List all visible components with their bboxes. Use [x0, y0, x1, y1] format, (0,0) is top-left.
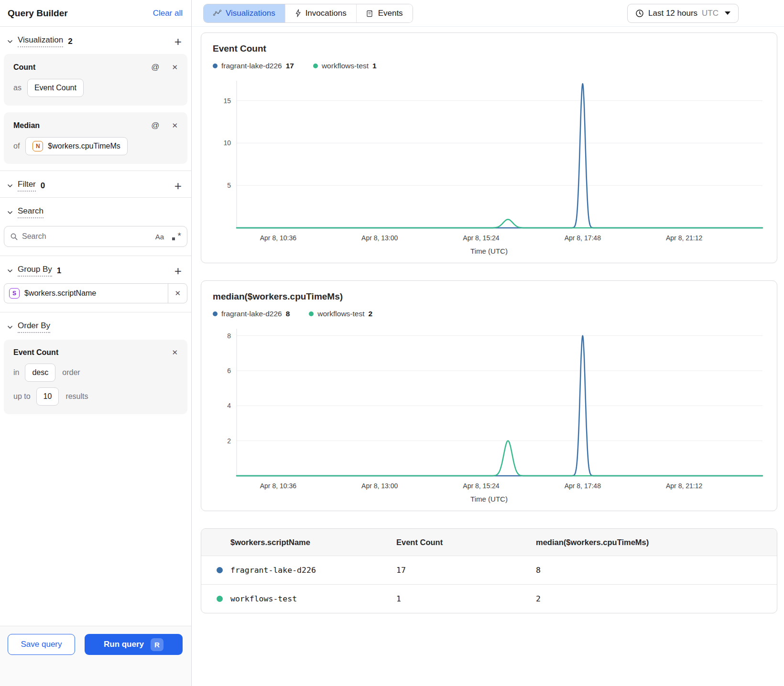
main-content: Visualizations Invocations Events — [192, 0, 784, 686]
line-chart-icon — [213, 10, 221, 17]
svg-text:Apr 8, 10:36: Apr 8, 10:36 — [260, 482, 296, 490]
series-dot-blue — [213, 311, 218, 316]
limit-input[interactable]: 10 — [36, 387, 59, 406]
table-body: fragrant-lake-d226178workflows-test12 — [201, 556, 777, 613]
time-range-value: Last 12 hours — [648, 9, 697, 18]
chart-legend: fragrant-lake-d226 8 workflows-test 2 — [213, 310, 765, 318]
order-by-card: Event Count ✕ in desc order up to 10 res… — [4, 340, 187, 414]
svg-text:Apr 8, 17:48: Apr 8, 17:48 — [565, 234, 601, 242]
tab-events[interactable]: Events — [356, 4, 413, 22]
alias-input[interactable]: Event Count — [27, 79, 84, 97]
of-label: of — [13, 142, 20, 150]
caret-down-icon — [725, 11, 730, 15]
column-header: $workers.scriptName — [217, 538, 396, 547]
svg-text:Apr 8, 13:00: Apr 8, 13:00 — [361, 234, 398, 242]
query-builder-sidebar: Query Builder Clear all Visualization 2 … — [0, 0, 192, 686]
script-name-cell: fragrant-lake-d226 — [217, 566, 396, 575]
legend-item[interactable]: fragrant-lake-d226 17 — [213, 62, 294, 70]
chart-card-event-count: Event Count fragrant-lake-d226 17 workfl… — [201, 32, 777, 263]
aggregation-title: Count — [13, 63, 35, 72]
page-title: Query Builder — [8, 8, 68, 19]
time-range-dropdown[interactable]: Last 12 hours UTC — [627, 4, 739, 23]
svg-text:Apr 8, 10:36: Apr 8, 10:36 — [260, 234, 296, 242]
visualization-section-label[interactable]: Visualization — [18, 35, 63, 47]
table-row[interactable]: workflows-test12 — [201, 584, 777, 613]
chevron-down-icon[interactable] — [6, 182, 14, 190]
svg-text:6: 6 — [227, 367, 231, 375]
svg-text:Apr 8, 21:12: Apr 8, 21:12 — [666, 482, 702, 490]
legend-name: fragrant-lake-d226 — [221, 310, 282, 318]
filter-section-header: Filter 0 + — [0, 171, 191, 197]
run-query-label: Run query — [104, 640, 144, 649]
close-icon[interactable]: ✕ — [172, 348, 178, 357]
order-by-section-header: Order By — [0, 312, 191, 339]
svg-text:10: 10 — [223, 139, 231, 147]
save-query-button[interactable]: Save query — [8, 634, 75, 655]
close-icon[interactable]: ✕ — [172, 63, 178, 72]
regex-icon[interactable]: * — [172, 232, 181, 241]
aggregation-title: Median — [13, 121, 40, 130]
add-filter-button[interactable]: + — [174, 182, 182, 190]
run-query-button[interactable]: Run query R — [85, 634, 183, 655]
close-icon[interactable]: ✕ — [172, 121, 178, 130]
svg-text:Apr 8, 21:12: Apr 8, 21:12 — [666, 234, 702, 242]
chart-title: Event Count — [213, 43, 765, 54]
chevron-down-icon[interactable] — [6, 38, 14, 45]
legend-item[interactable]: workflows-test 1 — [313, 62, 377, 70]
legend-item[interactable]: workflows-test 2 — [309, 310, 372, 318]
run-shortcut-badge: R — [151, 638, 163, 651]
filter-section-label[interactable]: Filter — [18, 180, 36, 192]
series-dot — [217, 567, 223, 573]
add-visualization-button[interactable]: + — [174, 37, 182, 46]
svg-text:8: 8 — [227, 332, 231, 340]
at-field-icon[interactable]: @ — [151, 121, 159, 130]
svg-text:5: 5 — [227, 182, 231, 189]
timezone-label: UTC — [702, 9, 719, 18]
number-type-icon: N — [33, 141, 43, 151]
median-value: 2 — [536, 594, 777, 603]
legend-name: workflows-test — [322, 62, 369, 70]
tab-label: Events — [378, 9, 403, 18]
chart-legend: fragrant-lake-d226 17 workflows-test 1 — [213, 62, 765, 70]
tab-visualizations[interactable]: Visualizations — [204, 4, 285, 22]
group-by-field: $workers.scriptName — [24, 289, 96, 298]
order-by-section-label[interactable]: Order By — [18, 321, 50, 333]
search-box: Aa * — [4, 226, 187, 247]
script-name: fragrant-lake-d226 — [230, 566, 316, 575]
chevron-down-icon[interactable] — [6, 209, 14, 216]
results-label: results — [65, 392, 88, 401]
match-case-icon[interactable]: Aa — [155, 233, 164, 241]
group-by-item[interactable]: S $workers.scriptName ✕ — [4, 283, 187, 303]
legend-item[interactable]: fragrant-lake-d226 8 — [213, 310, 290, 318]
remove-group-by-icon[interactable]: ✕ — [168, 284, 187, 303]
clock-icon — [635, 9, 644, 18]
visualization-section-header: Visualization 2 + — [0, 27, 191, 53]
event-count-value: 17 — [396, 566, 536, 575]
legend-value: 2 — [368, 310, 372, 318]
clear-all-button[interactable]: Clear all — [153, 9, 183, 18]
svg-text:Apr 8, 15:24: Apr 8, 15:24 — [463, 234, 499, 242]
search-icon — [10, 233, 18, 241]
x-axis-title: Time (UTC) — [213, 247, 765, 255]
series-dot — [217, 596, 223, 602]
sidebar-header: Query Builder Clear all — [0, 0, 191, 27]
chevron-down-icon[interactable] — [6, 323, 14, 331]
series-dot-green — [313, 64, 318, 68]
order-by-field: Event Count — [13, 348, 58, 357]
group-by-section-label[interactable]: Group By — [18, 265, 52, 277]
results-table-card: $workers.scriptName Event Count median($… — [201, 528, 777, 613]
at-field-icon[interactable]: @ — [151, 63, 159, 72]
tab-invocations[interactable]: Invocations — [285, 4, 356, 22]
direction-selector[interactable]: desc — [25, 364, 55, 382]
string-type-icon: S — [9, 288, 20, 299]
field-selector[interactable]: N $workers.cpuTimeMs — [25, 137, 127, 155]
svg-text:2: 2 — [227, 437, 231, 445]
table-row[interactable]: fragrant-lake-d226178 — [201, 556, 777, 584]
search-section-label[interactable]: Search — [18, 206, 44, 218]
visualization-card-count: Count @ ✕ as Event Count — [4, 54, 187, 106]
event-log-icon — [366, 10, 374, 17]
svg-text:Apr 8, 13:00: Apr 8, 13:00 — [361, 482, 398, 490]
search-input[interactable] — [22, 232, 155, 241]
add-group-by-button[interactable]: + — [174, 267, 182, 275]
chevron-down-icon[interactable] — [6, 267, 14, 275]
